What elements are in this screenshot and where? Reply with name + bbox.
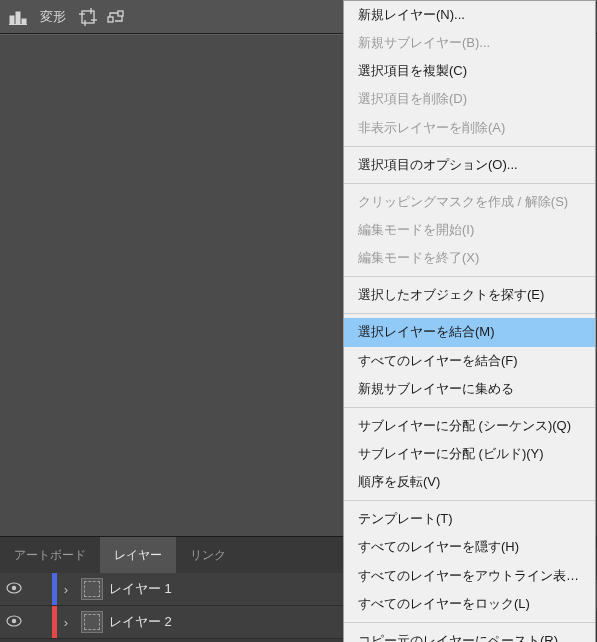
svg-point-17	[12, 618, 16, 622]
context-menu-item[interactable]: 選択項目のオプション(O)...	[344, 151, 595, 179]
layer-name[interactable]: レイヤー 1	[109, 580, 368, 598]
context-menu-item: クリッピングマスクを作成 / 解除(S)	[344, 188, 595, 216]
align-tool-icon[interactable]	[4, 3, 32, 31]
context-menu-item[interactable]: すべてのレイヤーを隠す(H)	[344, 533, 595, 561]
context-menu-separator	[344, 276, 595, 277]
context-menu-item[interactable]: すべてのレイヤーをロック(L)	[344, 590, 595, 618]
context-menu-item[interactable]: 順序を反転(V)	[344, 468, 595, 496]
context-menu-item: 選択項目を削除(D)	[344, 85, 595, 113]
svg-rect-0	[10, 16, 14, 24]
chevron-right-icon[interactable]: ›	[57, 615, 75, 630]
svg-rect-2	[22, 19, 26, 24]
context-menu-item[interactable]: すべてのレイヤーをアウトライン表示(U)	[344, 562, 595, 590]
layers-context-menu: 新規レイヤー(N)...新規サブレイヤー(B)...選択項目を複製(C)選択項目…	[343, 0, 596, 642]
context-menu-separator	[344, 183, 595, 184]
context-menu-item[interactable]: 新規サブレイヤーに集める	[344, 375, 595, 403]
context-menu-separator	[344, 500, 595, 501]
context-menu-item[interactable]: 選択したオブジェクトを探す(E)	[344, 281, 595, 309]
context-menu-item: 新規サブレイヤー(B)...	[344, 29, 595, 57]
context-menu-item[interactable]: テンプレート(T)	[344, 505, 595, 533]
svg-point-15	[12, 585, 16, 589]
chevron-right-icon[interactable]: ›	[57, 582, 75, 597]
svg-rect-9	[108, 17, 113, 22]
crop-tool-icon[interactable]	[74, 3, 102, 31]
visibility-icon[interactable]	[0, 615, 28, 630]
context-menu-item[interactable]: すべてのレイヤーを結合(F)	[344, 347, 595, 375]
context-menu-item[interactable]: サブレイヤーに分配 (シーケンス)(Q)	[344, 412, 595, 440]
tab-artboard[interactable]: アートボード	[0, 537, 100, 573]
context-menu-separator	[344, 313, 595, 314]
layer-thumbnail[interactable]	[81, 611, 103, 633]
context-menu-item: 非表示レイヤーを削除(A)	[344, 114, 595, 142]
tab-layers[interactable]: レイヤー	[100, 537, 176, 573]
context-menu-item[interactable]: 選択レイヤーを結合(M)	[344, 318, 595, 346]
context-menu-item[interactable]: 選択項目を複製(C)	[344, 57, 595, 85]
context-menu-item[interactable]: コピー元のレイヤーにペースト(R)	[344, 627, 595, 642]
layer-thumbnail[interactable]	[81, 578, 103, 600]
context-menu-item: 編集モードを開始(I)	[344, 216, 595, 244]
context-menu-separator	[344, 622, 595, 623]
arrange-tool-icon[interactable]	[102, 3, 130, 31]
context-menu-separator	[344, 407, 595, 408]
context-menu-item[interactable]: 新規レイヤー(N)...	[344, 1, 595, 29]
context-menu-separator	[344, 146, 595, 147]
context-menu-item: 編集モードを終了(X)	[344, 244, 595, 272]
tab-links[interactable]: リンク	[176, 537, 240, 573]
svg-rect-10	[118, 11, 123, 16]
context-menu-item[interactable]: サブレイヤーに分配 (ビルド)(Y)	[344, 440, 595, 468]
svg-rect-4	[82, 11, 94, 23]
transform-label[interactable]: 変形	[32, 8, 74, 26]
svg-rect-1	[16, 12, 20, 24]
layer-name[interactable]: レイヤー 2	[109, 613, 368, 631]
visibility-icon[interactable]	[0, 582, 28, 597]
